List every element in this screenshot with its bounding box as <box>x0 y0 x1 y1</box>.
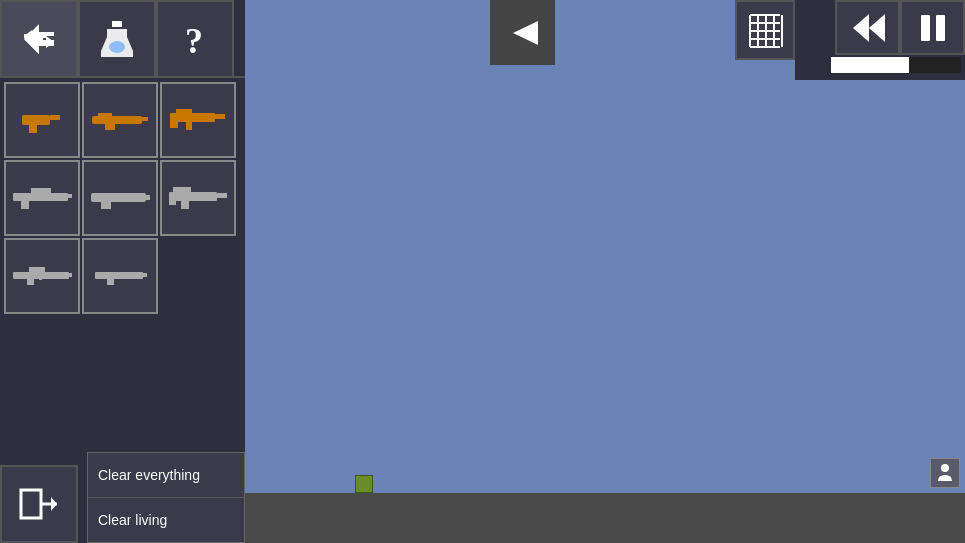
help-button[interactable]: ? <box>156 0 234 78</box>
clear-everything-button[interactable]: Clear everything <box>88 453 244 498</box>
back-arrow-icon <box>503 13 543 53</box>
svg-rect-35 <box>29 267 45 272</box>
svg-rect-19 <box>176 109 192 114</box>
svg-rect-22 <box>68 194 72 198</box>
svg-rect-30 <box>181 201 189 209</box>
carbine-icon <box>93 265 148 287</box>
svg-rect-20 <box>170 118 178 128</box>
clear-living-button[interactable]: Clear living <box>88 498 244 542</box>
rewind-icon <box>849 10 887 46</box>
svg-rect-15 <box>98 113 112 118</box>
pistol-icon <box>17 105 67 135</box>
svg-rect-25 <box>91 193 146 202</box>
svg-rect-32 <box>169 197 176 205</box>
svg-rect-38 <box>95 272 143 279</box>
svg-rect-23 <box>21 201 29 209</box>
svg-rect-21 <box>13 193 68 201</box>
svg-rect-24 <box>31 188 51 193</box>
weapon-cell-pistol[interactable] <box>4 82 80 158</box>
svg-rect-28 <box>169 192 217 201</box>
weapon-cell-assault[interactable] <box>160 160 236 236</box>
progress-bar-container <box>831 57 961 73</box>
playback-buttons <box>835 0 965 55</box>
grid-button[interactable] <box>735 0 795 60</box>
exit-icon <box>17 482 61 526</box>
svg-rect-40 <box>107 279 114 285</box>
back-button[interactable] <box>490 0 555 65</box>
svg-rect-27 <box>101 202 111 209</box>
svg-marker-5 <box>46 36 54 48</box>
swap-button[interactable] <box>0 0 78 78</box>
toolbar: ? <box>0 0 245 78</box>
machinegun-icon <box>11 184 73 212</box>
context-menu: Clear everything Clear living <box>87 452 245 543</box>
svg-rect-34 <box>69 273 72 277</box>
svg-rect-11 <box>29 125 37 133</box>
svg-rect-39 <box>143 273 147 277</box>
svg-rect-49 <box>936 15 945 41</box>
svg-rect-6 <box>112 21 122 27</box>
pause-icon <box>915 10 951 46</box>
assault-rifle-icon <box>167 183 229 213</box>
svg-rect-41 <box>21 490 41 518</box>
ground <box>245 493 965 543</box>
game-entity <box>355 475 373 493</box>
weapon-cell-rifle[interactable] <box>82 82 158 158</box>
weapon-cell-shotgun[interactable] <box>82 160 158 236</box>
progress-bar <box>831 57 909 73</box>
smg-icon <box>168 105 228 135</box>
weapon-cell-mg[interactable] <box>4 160 80 236</box>
rewind-button[interactable] <box>835 0 900 55</box>
svg-marker-47 <box>853 14 869 42</box>
main-area <box>245 0 965 543</box>
svg-marker-43 <box>51 497 57 511</box>
svg-rect-26 <box>146 195 150 200</box>
potion-icon <box>99 19 135 59</box>
person-icon <box>935 463 955 483</box>
svg-rect-18 <box>186 122 192 130</box>
weapon-cell-sniper[interactable] <box>4 238 80 314</box>
weapon-cell-smg[interactable] <box>160 82 236 158</box>
swap-icon <box>19 19 59 59</box>
svg-rect-13 <box>142 117 148 121</box>
grid-icon <box>745 10 785 50</box>
svg-rect-31 <box>173 187 191 192</box>
rifle-icon <box>90 108 150 133</box>
sniper-icon <box>11 264 73 288</box>
svg-rect-14 <box>105 124 115 130</box>
potion-button[interactable] <box>78 0 156 78</box>
bottom-area: Clear everything Clear living <box>0 453 245 543</box>
svg-rect-9 <box>22 115 50 125</box>
svg-rect-17 <box>215 114 225 119</box>
svg-rect-37 <box>39 270 42 280</box>
shotgun-icon <box>89 184 151 212</box>
svg-marker-46 <box>869 14 885 42</box>
svg-point-7 <box>109 41 125 53</box>
weapon-cell-carbine[interactable] <box>82 238 158 314</box>
svg-rect-29 <box>217 193 227 198</box>
exit-button[interactable] <box>0 465 78 543</box>
pause-button[interactable] <box>900 0 965 55</box>
top-controls <box>795 0 965 80</box>
svg-rect-48 <box>921 15 930 41</box>
svg-marker-45 <box>513 21 538 45</box>
svg-text:?: ? <box>185 21 203 59</box>
svg-rect-10 <box>50 115 60 120</box>
help-icon: ? <box>177 19 213 59</box>
svg-point-44 <box>941 464 949 472</box>
person-icon-button[interactable] <box>930 458 960 488</box>
svg-rect-36 <box>27 279 34 285</box>
